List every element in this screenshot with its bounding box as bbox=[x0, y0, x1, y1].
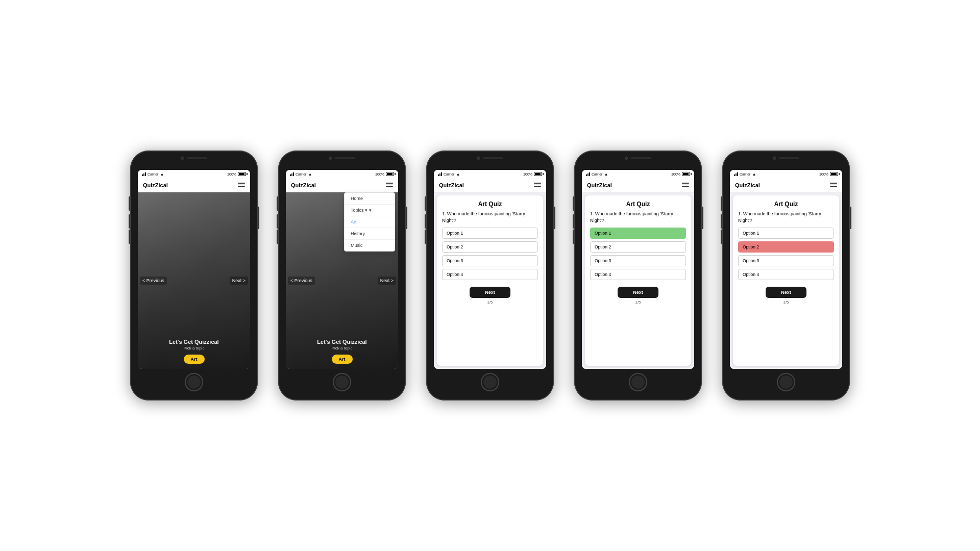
signal-bar-5a bbox=[734, 174, 735, 176]
home-button-4[interactable] bbox=[629, 373, 647, 391]
quiz-title-5: Art Quiz bbox=[738, 201, 834, 208]
hero-text-1: Let's Get Quizzical Pick a topic Art bbox=[138, 336, 250, 369]
menu-art-2[interactable]: Art bbox=[345, 216, 395, 228]
quiz-title-3: Art Quiz bbox=[442, 201, 538, 208]
option-btn-3-2[interactable]: Option 2 bbox=[442, 241, 538, 253]
option-btn-3-4[interactable]: Option 4 bbox=[442, 269, 538, 280]
hamburger-line-2b bbox=[386, 185, 393, 186]
option-btn-5-3[interactable]: Option 3 bbox=[738, 255, 834, 266]
signal-bar-3b bbox=[439, 173, 440, 176]
option-btn-5-1[interactable]: Option 1 bbox=[738, 228, 834, 239]
phone-2: Carrier ▲ 100% QuizZical bbox=[278, 151, 406, 400]
battery-pct-3: 100% bbox=[523, 172, 532, 176]
battery-pct-1: 100% bbox=[227, 172, 236, 176]
app-header-3: QuizZical bbox=[434, 178, 546, 192]
hamburger-menu-4[interactable] bbox=[682, 183, 689, 187]
carousel-next-2[interactable]: Next > bbox=[378, 277, 396, 285]
hamburger-line-5a bbox=[830, 183, 837, 184]
status-bar-4: Carrier ▲ 100% bbox=[582, 170, 694, 178]
quiz-page-5: 1/5 bbox=[738, 300, 834, 305]
carousel-prev-2[interactable]: < Previous bbox=[288, 277, 315, 285]
speaker-bar-4 bbox=[631, 157, 651, 159]
signal-bar-1c bbox=[145, 172, 146, 176]
option-btn-3-3[interactable]: Option 3 bbox=[442, 255, 538, 266]
quiz-bg-4: Art Quiz 1. Who made the famous painting… bbox=[582, 192, 694, 369]
home-button-2[interactable] bbox=[333, 373, 351, 391]
hamburger-line-4b bbox=[682, 185, 689, 186]
signal-bar-4b bbox=[587, 173, 589, 176]
signal-icon-4 bbox=[586, 172, 590, 176]
status-left-5: Carrier ▲ bbox=[734, 172, 756, 177]
screen-5: Carrier ▲ 100% QuizZical bbox=[730, 170, 842, 369]
hamburger-line-3a bbox=[534, 183, 541, 184]
home-button-3[interactable] bbox=[481, 373, 499, 391]
phone-3: Carrier ▲ 100% QuizZical bbox=[426, 151, 554, 400]
signal-bar-4a bbox=[586, 174, 587, 176]
wifi-icon-5: ▲ bbox=[752, 172, 756, 177]
home-button-5[interactable] bbox=[777, 373, 795, 391]
battery-icon-4 bbox=[682, 172, 690, 176]
carousel-next-1[interactable]: Next > bbox=[230, 277, 248, 285]
speaker-bar-2 bbox=[335, 157, 355, 159]
hero-text-2: Let's Get Quizzical Pick a topic Art bbox=[286, 336, 398, 369]
hamburger-menu-1[interactable] bbox=[238, 183, 245, 187]
signal-bar-2a bbox=[290, 174, 291, 176]
hamburger-line-3c bbox=[534, 186, 541, 187]
battery-fill-4 bbox=[683, 173, 689, 175]
battery-icon-2 bbox=[386, 172, 394, 176]
quiz-content-3: Art Quiz 1. Who made the famous painting… bbox=[437, 195, 543, 366]
status-bar-3: Carrier ▲ 100% bbox=[434, 170, 546, 178]
hamburger-line-1b bbox=[238, 185, 245, 186]
quiz-question-3: 1. Who made the famous painting 'Starry … bbox=[442, 211, 538, 223]
camera-dot-1 bbox=[181, 157, 184, 160]
hero-title-2: Let's Get Quizzical bbox=[291, 339, 393, 345]
next-btn-5[interactable]: Next bbox=[766, 287, 806, 298]
quiz-page-4: 1/5 bbox=[590, 300, 686, 305]
option-btn-4-1[interactable]: Option 1 bbox=[590, 228, 686, 239]
hamburger-menu-2[interactable] bbox=[386, 183, 393, 187]
screen-2: Carrier ▲ 100% QuizZical bbox=[286, 170, 398, 369]
speaker-bar-1 bbox=[187, 157, 207, 159]
option-btn-5-4[interactable]: Option 4 bbox=[738, 269, 834, 280]
battery-pct-4: 100% bbox=[671, 172, 680, 176]
battery-icon-5 bbox=[830, 172, 838, 176]
hamburger-line-3b bbox=[534, 185, 541, 186]
option-btn-4-2[interactable]: Option 2 bbox=[590, 241, 686, 253]
carousel-prev-1[interactable]: < Previous bbox=[140, 277, 167, 285]
status-left-1: Carrier ▲ bbox=[142, 172, 164, 177]
battery-fill-1 bbox=[239, 173, 244, 175]
phone-top-4 bbox=[625, 157, 651, 160]
carrier-label-5: Carrier bbox=[740, 172, 750, 176]
carrier-label-2: Carrier bbox=[296, 172, 306, 176]
menu-music-2[interactable]: Music bbox=[345, 240, 395, 251]
screen-4: Carrier ▲ 100% QuizZical bbox=[582, 170, 694, 369]
option-btn-3-1[interactable]: Option 1 bbox=[442, 228, 538, 239]
phone-top-5 bbox=[773, 157, 799, 160]
home-button-1[interactable] bbox=[185, 373, 203, 391]
hamburger-menu-5[interactable] bbox=[830, 183, 837, 187]
signal-bar-1b bbox=[143, 173, 144, 176]
hero-art-btn-1[interactable]: Art bbox=[184, 355, 205, 364]
hero-art-btn-2[interactable]: Art bbox=[332, 355, 353, 364]
quiz-bg-3: Art Quiz 1. Who made the famous painting… bbox=[434, 192, 546, 369]
option-btn-4-4[interactable]: Option 4 bbox=[590, 269, 686, 280]
camera-dot-2 bbox=[329, 157, 332, 160]
menu-home-2[interactable]: Home bbox=[345, 193, 395, 205]
speaker-bar-3 bbox=[483, 157, 503, 159]
option-btn-5-2[interactable]: Option 2 bbox=[738, 241, 834, 253]
next-btn-4[interactable]: Next bbox=[618, 287, 658, 298]
screen-1: Carrier ▲ 100% QuizZical bbox=[138, 170, 250, 369]
menu-history-2[interactable]: History bbox=[345, 228, 395, 240]
status-right-4: 100% bbox=[671, 172, 690, 176]
next-btn-3[interactable]: Next bbox=[470, 287, 510, 298]
quiz-content-4: Art Quiz 1. Who made the famous painting… bbox=[585, 195, 691, 366]
carrier-label-3: Carrier bbox=[444, 172, 454, 176]
app-title-1: QuizZical bbox=[143, 182, 168, 188]
carrier-label-4: Carrier bbox=[592, 172, 602, 176]
hamburger-menu-3[interactable] bbox=[534, 183, 541, 187]
phone-top-2 bbox=[329, 157, 355, 160]
signal-icon-2 bbox=[290, 172, 294, 176]
speaker-bar-5 bbox=[779, 157, 799, 159]
menu-topics-2[interactable]: Topics ▾ bbox=[345, 205, 395, 216]
option-btn-4-3[interactable]: Option 3 bbox=[590, 255, 686, 266]
